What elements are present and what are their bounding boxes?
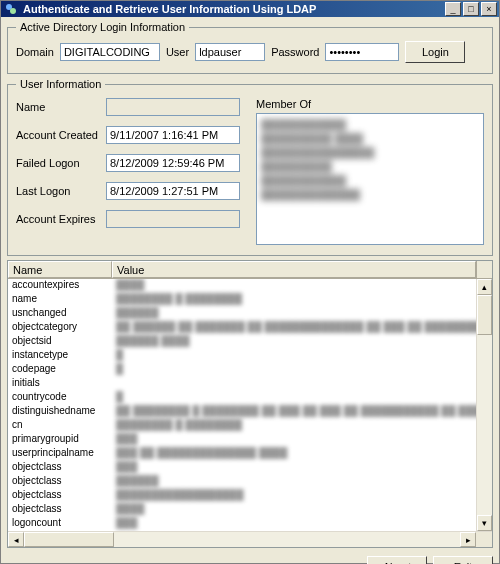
table-row[interactable]: name████████ █ ████████ [8, 293, 492, 307]
attr-name-cell: logoncount [8, 517, 112, 531]
attr-name-cell: codepage [8, 363, 112, 377]
last-field [106, 182, 240, 200]
table-row[interactable]: objectsid██████ ████ [8, 335, 492, 349]
domain-label: Domain [16, 46, 54, 58]
attr-value-cell: ███ [112, 517, 492, 531]
maximize-button[interactable]: □ [463, 2, 479, 16]
table-row[interactable]: userprincipalname███ ██ ██████████████ █… [8, 447, 492, 461]
attributes-grid: Name Value accountexpires████name███████… [7, 260, 493, 548]
table-row[interactable]: objectclass██████ [8, 475, 492, 489]
login-legend: Active Directory Login Information [16, 21, 189, 33]
client-area: Active Directory Login Information Domai… [1, 17, 499, 564]
about-button[interactable]: About [367, 556, 427, 564]
userinfo-fields: Name Account Created Failed Logon Last L… [16, 98, 246, 245]
attr-name-cell: objectsid [8, 335, 112, 349]
vscroll-track[interactable] [477, 295, 492, 515]
memberof-pane: Member Of ██████████████████████ ███████… [256, 98, 484, 245]
table-row[interactable]: usnchanged██████ [8, 307, 492, 321]
grid-header-scroll-cap [476, 261, 492, 278]
grid-body[interactable]: accountexpires████name████████ █ ███████… [8, 279, 492, 531]
app-icon [3, 1, 19, 17]
attr-value-cell: █ [112, 363, 492, 377]
scroll-down-button[interactable]: ▾ [477, 515, 492, 531]
vscroll-thumb[interactable] [477, 295, 492, 335]
attr-value-cell: █ [112, 391, 492, 405]
attr-name-cell: userprincipalname [8, 447, 112, 461]
password-input[interactable] [325, 43, 399, 61]
expires-label: Account Expires [16, 213, 106, 225]
attr-name-cell: countrycode [8, 391, 112, 405]
footer-buttons: About Exit [7, 552, 493, 564]
attr-value-cell: ████ [112, 503, 492, 517]
attr-name-cell: objectclass [8, 503, 112, 517]
scroll-right-button[interactable]: ▸ [460, 532, 476, 547]
user-input[interactable] [195, 43, 265, 61]
table-row[interactable]: codepage█ [8, 363, 492, 377]
attr-value-cell [112, 377, 492, 391]
login-button[interactable]: Login [405, 41, 465, 63]
name-label: Name [16, 101, 106, 113]
app-window: Authenticate and Retrieve User Informati… [0, 0, 500, 564]
attr-name-cell: objectcategory [8, 321, 112, 335]
login-group: Active Directory Login Information Domai… [7, 21, 493, 74]
grid-header-value[interactable]: Value [112, 261, 476, 278]
login-row: Domain User Password Login [16, 41, 484, 63]
attr-value-cell: ██████████████████ [112, 489, 492, 503]
table-row[interactable]: primarygroupid███ [8, 433, 492, 447]
grid-header: Name Value [8, 261, 492, 279]
table-row[interactable]: objectcategory██ ██████ ██ ███████ ██ ██… [8, 321, 492, 335]
created-field [106, 126, 240, 144]
attr-value-cell: ██ ████████ █ ████████ ██ ███ ██ ███ ██ … [112, 405, 492, 419]
horizontal-scrollbar[interactable]: ◂ ▸ [8, 531, 492, 547]
failed-field [106, 154, 240, 172]
attr-value-cell: ████████ █ ████████ [112, 293, 492, 307]
scroll-left-button[interactable]: ◂ [8, 532, 24, 547]
attr-value-cell: ██████ [112, 307, 492, 321]
attr-value-cell: ██ ██████ ██ ███████ ██ ██████████████ █… [112, 321, 492, 335]
attr-name-cell: objectclass [8, 489, 112, 503]
hscroll-thumb[interactable] [24, 532, 114, 547]
attr-value-cell: █ [112, 349, 492, 363]
vertical-scrollbar[interactable]: ▴ ▾ [476, 279, 492, 531]
close-button[interactable]: × [481, 2, 497, 16]
table-row[interactable]: objectclass███ [8, 461, 492, 475]
table-row[interactable]: countrycode█ [8, 391, 492, 405]
attr-name-cell: instancetype [8, 349, 112, 363]
memberof-content: ██████████████████████ █████████████████… [261, 118, 479, 202]
attr-value-cell: ██████ ████ [112, 335, 492, 349]
userinfo-legend: User Information [16, 78, 105, 90]
memberof-list[interactable]: ██████████████████████ █████████████████… [256, 113, 484, 245]
attr-name-cell: usnchanged [8, 307, 112, 321]
attr-name-cell: accountexpires [8, 279, 112, 293]
attr-name-cell: cn [8, 419, 112, 433]
attr-value-cell: ███ ██ ██████████████ ████ [112, 447, 492, 461]
created-label: Account Created [16, 129, 106, 141]
attr-name-cell: objectclass [8, 461, 112, 475]
table-row[interactable]: initials [8, 377, 492, 391]
exit-button[interactable]: Exit [433, 556, 493, 564]
table-row[interactable]: accountexpires████ [8, 279, 492, 293]
user-label: User [166, 46, 189, 58]
hscroll-track[interactable] [24, 532, 460, 547]
name-field [106, 98, 240, 116]
scroll-up-button[interactable]: ▴ [477, 279, 492, 295]
table-row[interactable]: distinguishedname██ ████████ █ ████████ … [8, 405, 492, 419]
table-row[interactable]: cn████████ █ ████████ [8, 419, 492, 433]
table-row[interactable]: objectclass██████████████████ [8, 489, 492, 503]
grid-header-name[interactable]: Name [8, 261, 112, 278]
minimize-button[interactable]: _ [445, 2, 461, 16]
attr-value-cell: ████████ █ ████████ [112, 419, 492, 433]
expires-field [106, 210, 240, 228]
attr-name-cell: distinguishedname [8, 405, 112, 419]
table-row[interactable]: logoncount███ [8, 517, 492, 531]
attr-value-cell: ████ [112, 279, 492, 293]
table-row[interactable]: instancetype█ [8, 349, 492, 363]
table-row[interactable]: objectclass████ [8, 503, 492, 517]
scroll-corner [476, 532, 492, 547]
attr-name-cell: initials [8, 377, 112, 391]
attr-value-cell: ███ [112, 433, 492, 447]
attr-name-cell: objectclass [8, 475, 112, 489]
svg-point-1 [10, 8, 16, 14]
domain-input[interactable] [60, 43, 160, 61]
window-title: Authenticate and Retrieve User Informati… [23, 3, 443, 15]
